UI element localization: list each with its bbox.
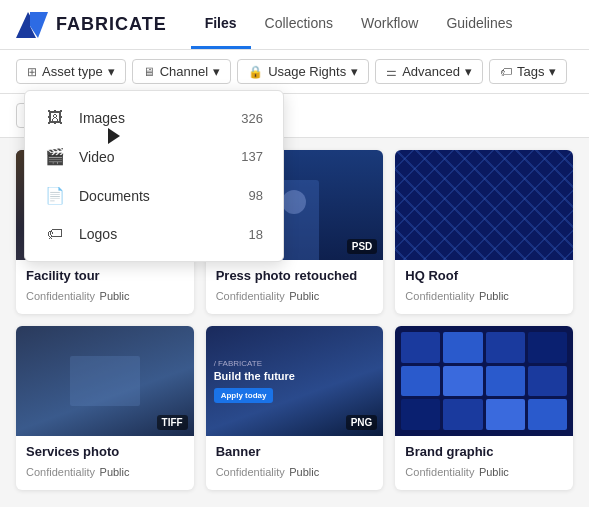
logos-icon: 🏷 bbox=[45, 225, 65, 243]
top-navigation: FABRICATE Files Collections Workflow Gui… bbox=[0, 0, 589, 50]
logo: FABRICATE bbox=[16, 12, 167, 38]
card-title: Brand graphic bbox=[405, 444, 563, 459]
chevron-down-icon: ▾ bbox=[108, 64, 115, 79]
banner-brand: / FABRICATE bbox=[214, 359, 376, 368]
card-info: Brand graphic Confidentiality Public bbox=[395, 436, 573, 490]
filter-bar: ⊞ Asset type ▾ 🖥 Channel ▾ 🔒 Usage Right… bbox=[0, 50, 589, 94]
asset-type-dropdown: 🖼 Images 326 🎬 Video 137 📄 Documents 98 … bbox=[24, 90, 284, 262]
card-title: Facility tour bbox=[26, 268, 184, 283]
nav-tab-workflow[interactable]: Workflow bbox=[347, 0, 432, 49]
monitor-icon: 🖥 bbox=[143, 65, 155, 79]
dropdown-item-logos[interactable]: 🏷 Logos 18 bbox=[25, 215, 283, 253]
image-icon: ⊞ bbox=[27, 65, 37, 79]
card-title: HQ Roof bbox=[405, 268, 563, 283]
video-icon: 🎬 bbox=[45, 147, 65, 166]
app-name: FABRICATE bbox=[56, 14, 167, 35]
format-badge: PNG bbox=[346, 415, 378, 430]
dropdown-item-documents[interactable]: 📄 Documents 98 bbox=[25, 176, 283, 215]
dropdown-item-video[interactable]: 🎬 Video 137 bbox=[25, 137, 283, 176]
card-services-photo[interactable]: TIFF Services photo Confidentiality Publ… bbox=[16, 326, 194, 490]
format-badge: PSD bbox=[347, 239, 378, 254]
card-hq-roof[interactable]: HQ Roof Confidentiality Public bbox=[395, 150, 573, 314]
card-thumbnail bbox=[395, 150, 573, 260]
chevron-down-icon: ▾ bbox=[549, 64, 556, 79]
nav-tab-files[interactable]: Files bbox=[191, 0, 251, 49]
nav-tab-guidelines[interactable]: Guidelines bbox=[432, 0, 526, 49]
card-title: Banner bbox=[216, 444, 374, 459]
card-thumbnail: / FABRICATE Build the future Apply today… bbox=[206, 326, 384, 436]
asset-type-filter[interactable]: ⊞ Asset type ▾ bbox=[16, 59, 126, 84]
lock-icon: 🔒 bbox=[248, 65, 263, 79]
cursor-pointer bbox=[108, 128, 120, 144]
card-title: Press photo retouched bbox=[216, 268, 374, 283]
usage-rights-filter[interactable]: 🔒 Usage Rights ▾ bbox=[237, 59, 369, 84]
card-title: Services photo bbox=[26, 444, 184, 459]
tag-icon: 🏷 bbox=[500, 65, 512, 79]
banner-headline: Build the future bbox=[214, 370, 376, 383]
sliders-icon: ⚌ bbox=[386, 65, 397, 79]
document-icon: 📄 bbox=[45, 186, 65, 205]
logo-icon bbox=[16, 12, 48, 38]
card-info: Services photo Confidentiality Public bbox=[16, 436, 194, 490]
card-brand-graphic[interactable]: Brand graphic Confidentiality Public bbox=[395, 326, 573, 490]
channel-filter[interactable]: 🖥 Channel ▾ bbox=[132, 59, 231, 84]
dropdown-item-images[interactable]: 🖼 Images 326 bbox=[25, 99, 283, 137]
chevron-down-icon: ▾ bbox=[213, 64, 220, 79]
image-icon: 🖼 bbox=[45, 109, 65, 127]
card-info: Facility tour Confidentiality Public bbox=[16, 260, 194, 314]
card-info: Banner Confidentiality Public bbox=[206, 436, 384, 490]
card-banner[interactable]: / FABRICATE Build the future Apply today… bbox=[206, 326, 384, 490]
nav-tab-collections[interactable]: Collections bbox=[251, 0, 347, 49]
card-info: Press photo retouched Confidentiality Pu… bbox=[206, 260, 384, 314]
card-thumbnail bbox=[395, 326, 573, 436]
banner-cta: Apply today bbox=[214, 388, 274, 403]
card-thumbnail: TIFF bbox=[16, 326, 194, 436]
tags-filter[interactable]: 🏷 Tags ▾ bbox=[489, 59, 567, 84]
main-nav: Files Collections Workflow Guidelines bbox=[191, 0, 527, 49]
advanced-filter[interactable]: ⚌ Advanced ▾ bbox=[375, 59, 483, 84]
chevron-down-icon: ▾ bbox=[351, 64, 358, 79]
chevron-down-icon: ▾ bbox=[465, 64, 472, 79]
card-info: HQ Roof Confidentiality Public bbox=[395, 260, 573, 314]
format-badge: TIFF bbox=[157, 415, 188, 430]
